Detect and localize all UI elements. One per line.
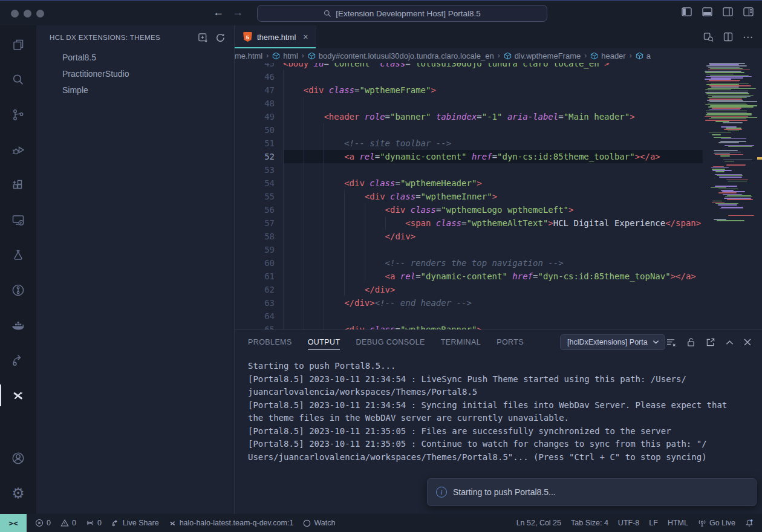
theme-list-item[interactable]: Simple (36, 82, 234, 99)
clear-output-icon[interactable] (666, 338, 676, 347)
code-line[interactable]: 61<a rel="dynamic-content" href="dyn-cs:… (235, 270, 703, 283)
code-line[interactable]: 60<!-- renders the top navigation --> (235, 256, 703, 270)
code-line[interactable]: 45<body id="content" class="lotusui30doj… (235, 63, 703, 70)
docker-icon[interactable] (0, 310, 36, 341)
navigate-forward-icon[interactable]: → (232, 6, 243, 19)
status-item-ln-52-col-25[interactable]: Ln 52, Col 25 (512, 514, 566, 532)
code-line[interactable]: 62</div> (235, 283, 703, 296)
status-item-utf-8[interactable]: UTF-8 (613, 514, 644, 532)
code-editor[interactable]: 45<body id="content" class="lotusui30doj… (235, 63, 762, 329)
output-log[interactable]: Starting to push Portal8.5...[Portal8.5]… (235, 354, 762, 464)
code-line[interactable]: 49<header role="banner" tabindex="-1" ar… (235, 110, 703, 123)
split-editor-icon[interactable] (723, 32, 733, 42)
close-tab-icon[interactable]: × (303, 32, 308, 42)
run-and-debug-icon[interactable] (0, 134, 36, 166)
code-line[interactable]: 54<div class="wpthemeHeader"> (235, 177, 703, 190)
output-channel-select[interactable]: [hclDxExtensions] Porta (560, 334, 665, 350)
breadcrumb-item[interactable]: a (636, 51, 651, 60)
status-item-0[interactable]: 0 (56, 514, 81, 532)
status-item-lf[interactable]: LF (644, 514, 663, 532)
minimap[interactable] (703, 63, 757, 329)
panel-tab-ports[interactable]: PORTS (497, 330, 524, 354)
breadcrumb-item[interactable]: div.wpthemeFrame (504, 51, 581, 60)
code-line[interactable]: 64 (235, 310, 703, 323)
accounts-icon[interactable] (0, 443, 36, 474)
panel-tab-problems[interactable]: PROBLEMS (248, 330, 292, 354)
toggle-primary-sidebar-icon[interactable] (682, 7, 692, 16)
code-line[interactable]: 46 (235, 70, 703, 83)
info-icon: i (436, 487, 447, 498)
output-line: [Portal8.5] 2023-10-11 21:34:54 : Syncin… (248, 399, 762, 412)
status-item-halo-halo-latest-team-q-dev-com-1[interactable]: halo-halo-latest.team-q-dev.com:1 (164, 514, 299, 532)
breadcrumb-item[interactable]: html (272, 51, 298, 60)
command-center-search[interactable]: [Extension Development Host] Portal8.5 (257, 5, 547, 22)
code-line[interactable]: 63</div><!-- end header --> (235, 296, 703, 310)
status-item[interactable] (740, 514, 758, 532)
code-line[interactable]: 50 (235, 123, 703, 137)
tab-theme-html[interactable]: 5 theme.html × (235, 25, 316, 48)
breadcrumb-item[interactable]: header (590, 51, 625, 60)
settings-gear-icon[interactable]: ⚙ (0, 478, 36, 509)
extensions-icon[interactable] (0, 169, 36, 201)
open-in-editor-icon[interactable] (706, 337, 715, 347)
code-line[interactable]: 48 (235, 97, 703, 110)
code-line[interactable]: 57<span class="wpthemeAltText">HCL Digit… (235, 216, 703, 230)
line-number: 62 (235, 283, 275, 296)
breadcrumb-item[interactable]: body#content.lotusui30dojo.tundra.claro.… (308, 51, 494, 60)
panel-tab-debug-console[interactable]: DEBUG CONSOLE (356, 330, 425, 354)
status-item-go-live[interactable]: Go Live (693, 514, 740, 532)
customize-layout-icon[interactable] (743, 7, 754, 16)
toggle-panel-icon[interactable] (702, 7, 712, 16)
remote-indicator[interactable]: >< (0, 514, 27, 532)
testing-icon[interactable] (0, 239, 36, 271)
minimap-line (703, 133, 757, 134)
panel-tab-output[interactable]: OUTPUT (308, 330, 340, 354)
remote-explorer-icon[interactable] (0, 204, 36, 236)
breadcrumb-item[interactable]: me.html (235, 51, 262, 60)
status-item-watch[interactable]: Watch (298, 514, 340, 532)
source-control-icon[interactable] (0, 99, 36, 131)
close-panel-icon[interactable] (744, 339, 751, 346)
status-item-0[interactable]: 0 (81, 514, 106, 532)
status-item-html[interactable]: HTML (663, 514, 693, 532)
maximize-window-icon[interactable] (36, 10, 44, 18)
maximize-panel-icon[interactable] (726, 340, 734, 345)
lock-scroll-icon[interactable] (686, 337, 695, 347)
toggle-secondary-sidebar-icon[interactable] (723, 7, 733, 16)
live-share-icon[interactable] (0, 345, 36, 376)
code-line[interactable]: 58</div> (235, 230, 703, 243)
gitlens-icon[interactable] (0, 274, 36, 306)
code-line-content: <div class="wpthemeInner"> (283, 190, 703, 203)
new-theme-icon[interactable] (198, 33, 208, 43)
theme-list-item[interactable]: PractitionerStudio (36, 66, 234, 82)
refresh-icon[interactable] (215, 33, 226, 43)
status-item-tab-size-4[interactable]: Tab Size: 4 (566, 514, 613, 532)
minimap-line (708, 95, 754, 96)
code-line[interactable]: 53 (235, 163, 703, 177)
panel-tab-terminal[interactable]: TERMINAL (441, 330, 481, 354)
code-line[interactable]: 51<!-- site toolbar --> (235, 137, 703, 150)
open-preview-icon[interactable] (703, 32, 714, 42)
code-line[interactable]: 59 (235, 243, 703, 256)
code-line[interactable]: 56<div class="wpthemeLogo wpthemeLeft"> (235, 203, 703, 216)
status-item-live-share[interactable]: Live Share (106, 514, 164, 532)
code-line[interactable]: 47<div class="wpthemeFrame"> (235, 83, 703, 97)
minimap-line (709, 101, 757, 102)
hcl-dx-extensions-icon[interactable] (0, 380, 36, 411)
close-window-icon[interactable] (11, 10, 19, 18)
navigate-back-icon[interactable]: ← (213, 6, 224, 19)
code-line[interactable]: 65<div class="wpthemeBanner"> (235, 323, 703, 329)
notification-toast[interactable]: i Starting to push Portal8.5... (427, 478, 757, 506)
minimize-window-icon[interactable] (24, 10, 31, 18)
search-icon[interactable] (0, 64, 36, 96)
more-actions-icon[interactable]: ⋯ (743, 31, 754, 44)
code-line[interactable]: 52<a rel="dynamic-content" href="dyn-cs:… (235, 150, 703, 163)
explorer-icon[interactable] (0, 29, 36, 60)
code-line[interactable]: 55<div class="wpthemeInner"> (235, 190, 703, 203)
status-item-0[interactable]: 0 (30, 514, 56, 532)
window-controls[interactable] (11, 10, 44, 18)
breadcrumb[interactable]: me.html›html›body#content.lotusui30dojo.… (235, 48, 762, 63)
line-number: 53 (235, 163, 275, 177)
breadcrumb-separator: › (498, 51, 500, 60)
theme-list-item[interactable]: Portal8.5 (36, 50, 234, 66)
